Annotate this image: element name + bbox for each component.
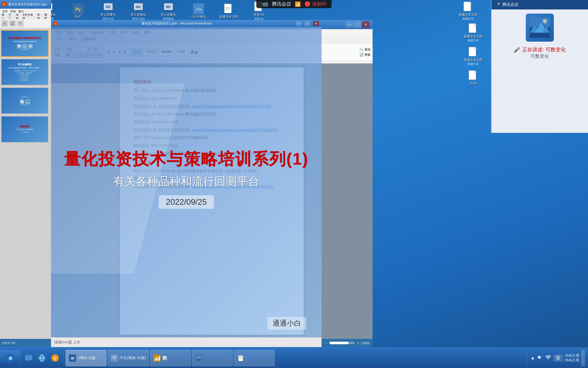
svg-rect-75: [239, 355, 242, 356]
desktop-icon-txt3[interactable]: zh.txt: [460, 70, 486, 85]
word-maximize-btn[interactable]: □: [354, 21, 361, 28]
meeting-speaking-label: 🎤 正在讲述: 可数变化: [514, 46, 566, 53]
ppt-win-close-btn[interactable]: ✕: [313, 21, 319, 26]
word-zoom-in-btn[interactable]: +: [357, 341, 359, 345]
ppt-tbtn-newslide[interactable]: [1, 20, 8, 27]
ppt-statusbar: 幻灯片 1/4: [0, 339, 51, 347]
tray-network[interactable]: [545, 354, 551, 362]
word-zoom-out-btn[interactable]: −: [326, 341, 328, 345]
meeting-mic-status: 可数变化: [531, 53, 549, 59]
word-zoom-area: − + 130%: [326, 341, 370, 345]
ppt-slide-win-title: 量化技术高级培训1.pptx - Microsoft PowerPoint: [60, 21, 293, 26]
desktop-icon-cy3[interactable]: MIC 穿云箭量化 插件介绍2: [126, 1, 151, 21]
tray-volume[interactable]: [537, 354, 543, 362]
ppt-slide-4[interactable]: 谢谢观看! 关注我们公众号的推送 360VR素材: [1, 116, 48, 143]
tencent-meeting-bar[interactable]: 📹 腾讯会议 📶 🔴 录制中: [256, 0, 332, 8]
svg-text:MIC: MIC: [136, 6, 141, 8]
find-icon: 🔍: [360, 48, 363, 51]
ppt-win-min-btn[interactable]: —: [296, 21, 302, 26]
ppt-tbtn-layout[interactable]: [9, 20, 16, 27]
slide3-icon2: 💻: [25, 99, 30, 104]
word-zoom-slider[interactable]: [329, 342, 355, 344]
tray-ime-indicator[interactable]: 英: [553, 354, 563, 362]
taskbar-items: W Office 主题 中 中文(简体, 中国) 📊: [64, 350, 527, 366]
ppt-slide-win-icon: P: [54, 20, 58, 27]
txt3-icon: [468, 70, 479, 81]
ppt-slide-3[interactable]: 回测平台 📈 💻 laTrader5...: [1, 87, 48, 114]
quick-launch-show-desktop[interactable]: [22, 352, 35, 364]
ime-label: 中文(简体, 中国): [120, 356, 146, 360]
word-window-controls: — □ ✕: [346, 21, 370, 28]
show-desktop-btn[interactable]: [581, 350, 585, 366]
word-minimize-btn[interactable]: —: [346, 21, 353, 28]
ppt-main-subtitle: 有关各种品种和流行回测平台: [64, 174, 309, 189]
word-find-btn[interactable]: 🔍查找: [360, 48, 371, 52]
svg-rect-67: [156, 357, 157, 361]
meeting-mic-indicator: 🎤: [514, 47, 520, 53]
ppt-notes-text: 强调A+H股 上市: [54, 340, 80, 345]
desktop-icon-cy4[interactable]: MIC 穿云箭量化 插件版本: [156, 1, 181, 21]
cy-icon-3: MIC: [133, 1, 144, 12]
tencent-signal: 📶: [295, 1, 301, 7]
taskbar-item-ime[interactable]: 中 中文(简体, 中国): [107, 350, 149, 366]
slide1-icon3: 📋: [28, 44, 33, 49]
ppt-slide-1[interactable]: 量化投资技术与策略培训系列(1) 有关各种品种和流行回测平台 📊 🔧 📋 Mac…: [1, 30, 48, 57]
py37-icon: Py37: [73, 4, 83, 14]
newtext-right-icon: [463, 1, 473, 12]
xbxlh-icon: 小白: [193, 3, 204, 14]
word-replace-btn[interactable]: 🔄替换: [360, 53, 371, 57]
ppt-ribbon-tab-row: 插入 设计 动画 幻灯片放映 审阅 视图: [0, 14, 51, 19]
ppt-win-max-btn[interactable]: □: [304, 21, 310, 26]
meeting-status-text: 正在讲述: 可数变化: [522, 46, 566, 53]
tray-memory-label: 内存占用: [565, 353, 579, 358]
word-close-btn[interactable]: ✕: [362, 21, 370, 28]
desktop-icon-cy2[interactable]: MIC 穿云箭量化 插件介绍: [95, 1, 121, 21]
desktop-icon-newtext-right[interactable]: 新建文本文档 新建文本: [455, 1, 481, 21]
tencent-recording: 🔴 录制中: [304, 1, 326, 7]
quick-launch-ie[interactable]: [36, 352, 48, 364]
taskbar-item-monitor[interactable]: [192, 350, 233, 366]
quick-launch-browser[interactable]: E: [49, 352, 61, 364]
taskbar-item-chart[interactable]: 📊: [150, 350, 191, 366]
taskbar-item-clipboard[interactable]: [234, 350, 275, 366]
ppt-notes-bar: 强调A+H股 上市: [51, 337, 322, 347]
ppt-file-label: 量化投资技术高级培训1.pptx: [8, 2, 47, 7]
desktop-icon-txt1[interactable]: 新建文本文档 新建文本: [460, 23, 486, 42]
slide3-icon1: 📈: [20, 99, 24, 104]
svg-rect-56: [25, 355, 32, 360]
chart-icon: [153, 354, 161, 362]
svg-text:P: P: [4, 3, 5, 6]
taskbar-item-office[interactable]: W Office 主题: [66, 350, 106, 366]
word-find-group: 🔍查找 🔄替换: [360, 48, 371, 57]
ppt-slides-list: 量化投资技术与策略培训系列(1) 有关各种品种和流行回测平台 📊 🔧 📋 Mac…: [0, 28, 51, 339]
desktop-icon-txt2[interactable]: 新建文本文档 新建文本: [460, 47, 486, 66]
svg-text:P: P: [55, 23, 56, 25]
start-button[interactable]: ⊞: [0, 350, 20, 366]
svg-rect-69: [159, 356, 160, 361]
tencent-label: 腾讯会议: [272, 1, 291, 7]
desktop-icon-xbxlh[interactable]: 小白 小白学量化: [186, 3, 211, 19]
meeting-panel-body: 🎤 正在讲述: 可数变化 可数变化: [492, 9, 588, 133]
tray-time: 内存占用: [565, 358, 579, 363]
svg-rect-49: [530, 17, 550, 26]
system-tray: ▲ 英 内存占用 内存占用: [527, 350, 588, 366]
ppt-slide-titlebar: P 量化技术高级培训1.pptx - Microsoft PowerPoint …: [51, 20, 322, 27]
meeting-panel-header: 🎤 腾讯会议: [492, 0, 588, 9]
ppt-tbtn-reset[interactable]: [17, 20, 24, 27]
tencent-icon: 📹: [261, 1, 268, 7]
desktop-icons-row: MIC 穿云箭量化 插件介绍 Py37 Py37 MIC 穿云箭量化 插件介绍 …: [0, 2, 486, 20]
svg-rect-36: [13, 22, 14, 23]
tray-expand-btn[interactable]: ▲: [530, 355, 535, 361]
tray-clock[interactable]: 内存占用 内存占用: [565, 353, 579, 363]
svg-text:37: 37: [80, 11, 82, 13]
svg-rect-37: [11, 24, 12, 25]
ppt-slide-2[interactable]: 常见金融数据 常见金融数据及其获取，了解以下数据： 1. 股票数据：thinks…: [1, 59, 48, 85]
desktop-icon-newtext1[interactable]: 新建文本文档: [216, 3, 241, 19]
monitor-icon: [195, 354, 202, 362]
desktop-right-icons: 新建文本文档 新建文本 新建文本文档 新建文本 zh.txt: [458, 20, 488, 87]
meeting-panel: 🎤 腾讯会议: [491, 0, 588, 133]
slide1-icon2: 🔧: [22, 44, 27, 49]
desktop-icon-py37[interactable]: Py37 Py37: [65, 4, 91, 18]
svg-text:小白: 小白: [195, 7, 202, 11]
txt1-icon: [468, 23, 479, 34]
